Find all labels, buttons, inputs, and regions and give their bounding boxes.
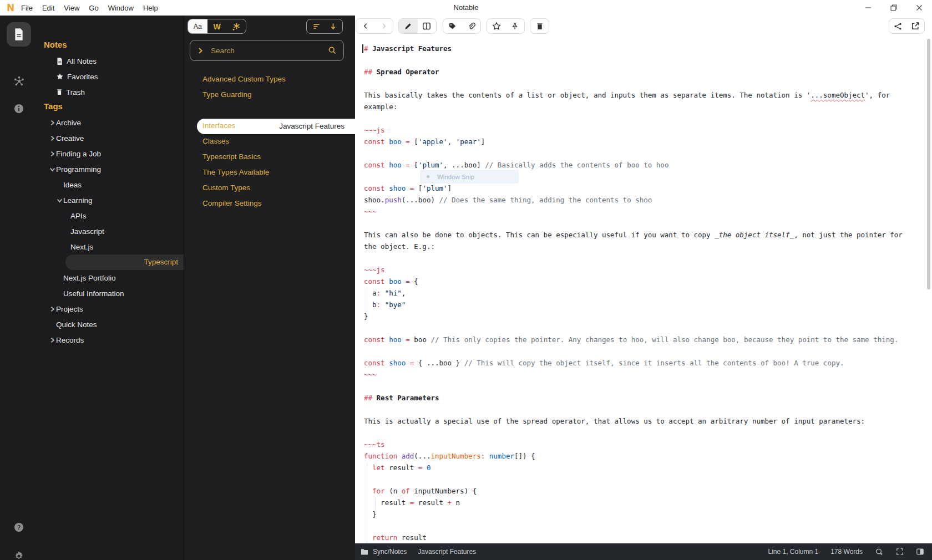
- menu-window[interactable]: Window: [108, 4, 134, 12]
- chevron-down-icon[interactable]: [55, 196, 63, 204]
- code-line: const shoo = ['plum']: [364, 182, 452, 194]
- chevron-right-icon[interactable]: [48, 336, 56, 344]
- code-line: shoo.push(...boo) // Does the same thing…: [364, 194, 652, 206]
- sidebar-tag-next.js[interactable]: Next.js: [0, 241, 184, 253]
- note-item-classes[interactable]: Classes: [202, 135, 355, 147]
- text-cursor: [362, 44, 363, 53]
- menu-file[interactable]: File: [21, 4, 33, 12]
- sort-direction-button[interactable]: [329, 22, 337, 30]
- note-item-type-guarding[interactable]: Type Guarding: [202, 89, 355, 101]
- forward-button[interactable]: [374, 19, 393, 33]
- notes-document-icon: [13, 28, 25, 41]
- fullscreen-button[interactable]: [896, 548, 904, 556]
- sidebar-item-favorites[interactable]: Favorites: [0, 70, 184, 83]
- match-case-button[interactable]: Aa: [188, 19, 207, 33]
- fuzzy-search-button[interactable]: [226, 19, 246, 33]
- chevron-down-icon[interactable]: [48, 165, 56, 173]
- favorite-button[interactable]: [487, 19, 506, 33]
- menu-go[interactable]: Go: [89, 4, 98, 12]
- chevron-spacer: [63, 212, 70, 220]
- cursor-position: Line 1, Column 1: [768, 548, 818, 556]
- snip-dot-icon: [427, 175, 429, 178]
- delete-note-button[interactable]: [530, 19, 549, 33]
- menu-edit[interactable]: Edit: [42, 4, 54, 12]
- open-external-button[interactable]: [907, 19, 925, 33]
- restore-button[interactable]: [881, 0, 906, 16]
- sidebar-tag-finding-a-job[interactable]: Finding a Job: [0, 147, 184, 160]
- sidebar-tag-creative[interactable]: Creative: [0, 132, 184, 144]
- sidebar-item-trash[interactable]: Trash: [0, 86, 184, 98]
- sidebar-tag-next.js-portfolio[interactable]: Next.js Portfolio: [0, 272, 184, 284]
- sidebar-tag-apis[interactable]: APIs: [0, 210, 184, 222]
- menu-help[interactable]: Help: [143, 4, 158, 12]
- note-item-interfaces[interactable]: Interfaces: [202, 120, 355, 132]
- chevron-right-icon[interactable]: [48, 150, 56, 157]
- sidebar-tag-archive[interactable]: Archive: [0, 116, 184, 129]
- attachments-button[interactable]: [462, 19, 481, 33]
- note-item-typescript-basics[interactable]: Typescript Basics: [202, 151, 355, 163]
- rail-info-button[interactable]: [14, 104, 24, 114]
- search-bar: [190, 40, 344, 61]
- rail-settings-button[interactable]: [13, 551, 24, 560]
- sidebar-tag-useful-information[interactable]: Useful Information: [0, 287, 184, 299]
- markdown-editor[interactable]: # Javascript Features## Spread OperatorT…: [355, 37, 932, 543]
- search-input[interactable]: [210, 46, 328, 55]
- sidebar-tag-typescript-selected[interactable]: Typescript: [65, 254, 184, 270]
- sidebar-item-all-notes[interactable]: All Notes: [0, 55, 184, 67]
- code-line: a: "hi",: [364, 287, 406, 299]
- sidebar-tag-learning[interactable]: Learning: [0, 194, 184, 206]
- note-item-the-types-available[interactable]: The Types Available: [202, 166, 355, 179]
- tag-label: Archive: [56, 119, 81, 127]
- code-line: ~~~js: [364, 124, 385, 136]
- editor-scrollbar[interactable]: [927, 39, 930, 289]
- split-view-icon: [422, 22, 431, 30]
- word-count[interactable]: 178 Words: [830, 548, 863, 556]
- share-button[interactable]: [889, 19, 907, 33]
- note-item-custom-types[interactable]: Custom Types: [202, 182, 355, 194]
- whole-word-button[interactable]: W: [207, 19, 227, 33]
- sidebar-tag-programming[interactable]: Programming: [0, 163, 184, 175]
- sidebar-tag-quick-notes[interactable]: Quick Notes: [0, 318, 184, 330]
- storage-path[interactable]: Sync/Notes: [373, 548, 407, 556]
- status-bar: Sync/Notes Javascript Features Line 1, C…: [355, 543, 932, 560]
- tags-button[interactable]: [443, 19, 462, 33]
- minimize-button[interactable]: [855, 0, 881, 16]
- sidebar-tag-projects[interactable]: Projects: [0, 303, 184, 315]
- split-view-button[interactable]: [418, 19, 437, 33]
- code-line: ~~~js: [364, 264, 385, 276]
- preview-toggle-button[interactable]: [875, 548, 884, 556]
- sort-order-button[interactable]: [312, 22, 321, 30]
- layout-toggle-button[interactable]: [916, 548, 924, 556]
- chevron-right-icon[interactable]: [48, 305, 56, 313]
- split-layout-icon: [916, 548, 924, 556]
- edit-mode-button[interactable]: [399, 19, 418, 33]
- code-line: for (n of inputNumbers) {: [364, 485, 477, 497]
- collapse-search-icon[interactable]: [197, 47, 204, 54]
- sidebar-tag-javascript[interactable]: Javascript: [0, 225, 184, 237]
- back-button[interactable]: [356, 19, 374, 33]
- svg-text:?: ?: [17, 524, 21, 531]
- menu-view[interactable]: View: [64, 4, 79, 12]
- rail-help-button[interactable]: ?: [14, 522, 24, 532]
- code-line: const shoo = { ...boo } // This will cop…: [364, 357, 844, 369]
- notable-window: N FileEditViewGoWindowHelp Notable: [0, 0, 932, 560]
- tag-label: Quick Notes: [56, 320, 97, 329]
- trash-icon: [56, 88, 63, 96]
- chevron-right-icon[interactable]: [48, 134, 56, 142]
- code-line: ~~~: [364, 206, 377, 217]
- sidebar-tag-records[interactable]: Records: [0, 334, 184, 346]
- code-line: ~~~ts: [364, 439, 385, 450]
- fuzzy-search-icon: [232, 22, 241, 31]
- search-options-group: Aa W: [188, 19, 246, 34]
- tag-label: Useful Information: [63, 289, 124, 298]
- note-item-advanced-custom-types[interactable]: Advanced Custom Types: [202, 73, 355, 85]
- rail-notes-button[interactable]: [7, 22, 31, 47]
- chevron-right-icon[interactable]: [48, 119, 56, 126]
- code-line: return result: [364, 532, 427, 543]
- tag-label: Learning: [63, 196, 93, 205]
- close-button[interactable]: [906, 0, 932, 16]
- paperclip-icon: [467, 22, 475, 30]
- sidebar-tag-ideas[interactable]: Ideas: [0, 179, 184, 191]
- pin-button[interactable]: [506, 19, 525, 33]
- note-item-compiler-settings[interactable]: Compiler Settings: [202, 197, 355, 210]
